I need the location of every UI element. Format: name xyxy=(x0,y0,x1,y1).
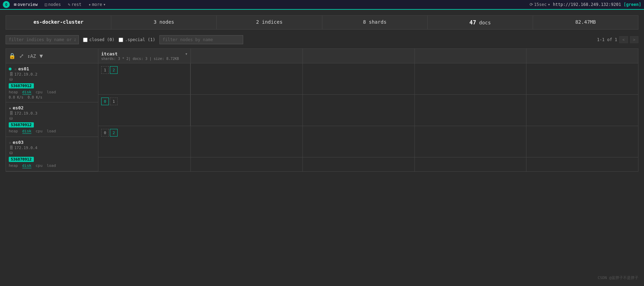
node-name-es03: es03 xyxy=(13,140,23,145)
metric-heap-es01[interactable]: heap xyxy=(9,90,18,95)
empty-col-4 xyxy=(415,49,527,171)
metric-disk-es03[interactable]: disk xyxy=(22,163,32,168)
closed-checkbox[interactable] xyxy=(83,38,88,42)
sort-az-icon[interactable]: ↕AZ xyxy=(27,53,36,59)
more-dropdown-icon: ▾ xyxy=(103,2,106,7)
shards-stat-cell[interactable]: 8 shards xyxy=(322,16,428,29)
cluster-stats-row: es-docker-cluster 3 nodes 2 indices 8 sh… xyxy=(6,15,638,30)
empty-col-2 xyxy=(191,49,303,171)
filter-row: closed (0) .special (1) 1-1 of 1 < > xyxy=(6,35,638,44)
shards-group-itcast-es03: 0 2 xyxy=(101,129,118,137)
star-es01[interactable]: ☆ xyxy=(14,67,17,71)
node-panel: 🔒 ⤢ ↕AZ ▼ ☆ es01 🗄 172.19.0.2 ⛁ 53687091… xyxy=(6,49,98,171)
shard-box-0-primary[interactable]: 0 xyxy=(101,98,109,105)
index-name-itcast[interactable]: itcast ▾ xyxy=(101,51,188,56)
nav-overview[interactable]: ⊞ overview xyxy=(11,2,40,7)
prev-page-button[interactable]: < xyxy=(619,36,628,43)
server-icon-es02: 🗄 xyxy=(9,111,13,116)
metric-cpu-es01[interactable]: cpu xyxy=(36,90,43,95)
pagination-info: 1-1 of 1 < > xyxy=(597,36,638,43)
node-badge-es02: 536870912 xyxy=(9,122,34,127)
index-filter-input[interactable] xyxy=(6,35,79,44)
metric-disk-es02[interactable]: disk xyxy=(22,129,32,134)
index-header-itcast: itcast ▾ shards: 3 * 2| docs: 3 | size: … xyxy=(98,49,190,63)
server-icon-es03: 🗄 xyxy=(9,146,13,150)
node-ip-es02: 🗄 172.19.0.3 xyxy=(9,111,95,116)
cluster-name-cell: es-docker-cluster xyxy=(6,16,111,29)
metric-load-es02[interactable]: load xyxy=(47,129,56,134)
shard-box-1-replica[interactable]: 1 xyxy=(110,98,118,105)
watermark: CSDN @蓝胖子不是胖子 xyxy=(598,275,638,280)
node-name-es02: es02 xyxy=(13,105,23,110)
refresh-selector[interactable]: ⟳ 15sec ▾ xyxy=(530,2,550,7)
star-es02[interactable]: ★ xyxy=(9,106,11,110)
node-name-es01: es01 xyxy=(18,66,29,71)
node-badge-es03: 536870912 xyxy=(9,157,34,162)
docs-stat-cell: 47 docs xyxy=(428,16,533,29)
nav-nodes[interactable]: ◫ nodes xyxy=(42,2,63,7)
metric-heap-es03[interactable]: heap xyxy=(9,163,18,168)
node-row-es01: ☆ es01 🗄 172.19.0.2 ⛁ 536870912 heap dis… xyxy=(6,63,98,102)
shard-box-1-primary[interactable]: 1 xyxy=(101,66,109,74)
nav-rest[interactable]: ✎ rest xyxy=(65,2,84,7)
nodes-stat-cell[interactable]: 3 nodes xyxy=(111,16,217,29)
cluster-url: http://192.168.249.132:9201 [green] xyxy=(553,2,641,7)
status-dot-es01 xyxy=(9,68,12,70)
shard-cell-itcast-es02: 0 1 xyxy=(98,95,190,126)
metric-cpu-es02[interactable]: cpu xyxy=(36,129,43,134)
node-row-es03: ☆ es03 🗄 172.19.0.4 ⛁ 536870912 heap dis… xyxy=(6,137,98,171)
metric-load-es01[interactable]: load xyxy=(47,90,56,95)
lock-icon[interactable]: 🔒 xyxy=(9,53,16,59)
node-shard-icon-es02: ⛁ xyxy=(9,116,95,121)
shards-group-itcast-es01: 1 2 xyxy=(101,66,118,74)
next-page-button[interactable]: > xyxy=(630,36,638,43)
empty-col-5 xyxy=(526,49,638,171)
server-icon: 🗄 xyxy=(9,72,13,77)
shard-cell-itcast-es03: 0 2 xyxy=(98,126,190,157)
dropdown-icon[interactable]: ▼ xyxy=(39,53,43,59)
logo: O xyxy=(3,1,10,8)
special-checkbox[interactable] xyxy=(119,38,123,42)
index-column-itcast: itcast ▾ shards: 3 * 2| docs: 3 | size: … xyxy=(98,49,191,171)
nodes-filter-input[interactable] xyxy=(159,35,243,44)
star-es03[interactable]: ☆ xyxy=(9,140,11,145)
metric-disk-es01[interactable]: disk xyxy=(22,90,32,95)
table-container: 🔒 ⤢ ↕AZ ▼ ☆ es01 🗄 172.19.0.2 ⛁ 53687091… xyxy=(6,48,638,172)
node-metrics-es02: heap disk cpu load xyxy=(9,129,95,134)
closed-checkbox-label[interactable]: closed (0) xyxy=(83,37,114,42)
expand-icon[interactable]: ⤢ xyxy=(19,53,24,59)
top-nav: O ⊞ overview ◫ nodes ✎ rest ✦ more ▾ ⟳ 1… xyxy=(0,0,644,10)
size-stat-cell: 82.47MB xyxy=(533,16,638,29)
index-meta-itcast: shards: 3 * 2| docs: 3 | size: 8.72KB xyxy=(101,57,188,61)
metric-cpu-es03[interactable]: cpu xyxy=(36,163,43,168)
node-metrics-es01: heap disk cpu load xyxy=(9,90,95,95)
empty-col-3 xyxy=(303,49,415,171)
io-row-es01: 0.0 K/s 0.0 K/s xyxy=(9,95,95,99)
shard-box-0-replica[interactable]: 0 xyxy=(101,129,109,137)
special-checkbox-label[interactable]: .special (1) xyxy=(119,37,155,42)
index-dropdown-arrow[interactable]: ▾ xyxy=(185,51,188,56)
node-row-es02: ★ es02 🗄 172.19.0.3 ⛁ 536870912 heap dis… xyxy=(6,102,98,137)
metric-load-es03[interactable]: load xyxy=(47,163,56,168)
node-metrics-es03: heap disk cpu load xyxy=(9,163,95,168)
shard-box-2-replica[interactable]: 2 xyxy=(110,66,118,74)
node-shard-icon-es03: ⛁ xyxy=(9,151,95,155)
nav-right: ⟳ 15sec ▾ http://192.168.249.132:9201 [g… xyxy=(530,2,641,7)
node-badge-es01: 536870912 xyxy=(9,83,34,88)
toolbar-row: 🔒 ⤢ ↕AZ ▼ xyxy=(6,49,98,63)
indices-stat-cell[interactable]: 2 indices xyxy=(217,16,322,29)
shard-box-2-primary[interactable]: 2 xyxy=(110,129,118,137)
node-ip-es03: 🗄 172.19.0.4 xyxy=(9,146,95,150)
metric-heap-es02[interactable]: heap xyxy=(9,129,18,134)
shards-group-itcast-es02: 0 1 xyxy=(101,98,118,105)
node-ip-es01: 🗄 172.19.0.2 xyxy=(9,72,95,77)
main-content: es-docker-cluster 3 nodes 2 indices 8 sh… xyxy=(0,10,644,177)
shard-cell-itcast-es01: 1 2 xyxy=(98,63,190,95)
nav-more[interactable]: ✦ more ▾ xyxy=(86,2,108,7)
node-shard-icon-es01: ⛁ xyxy=(9,77,95,82)
